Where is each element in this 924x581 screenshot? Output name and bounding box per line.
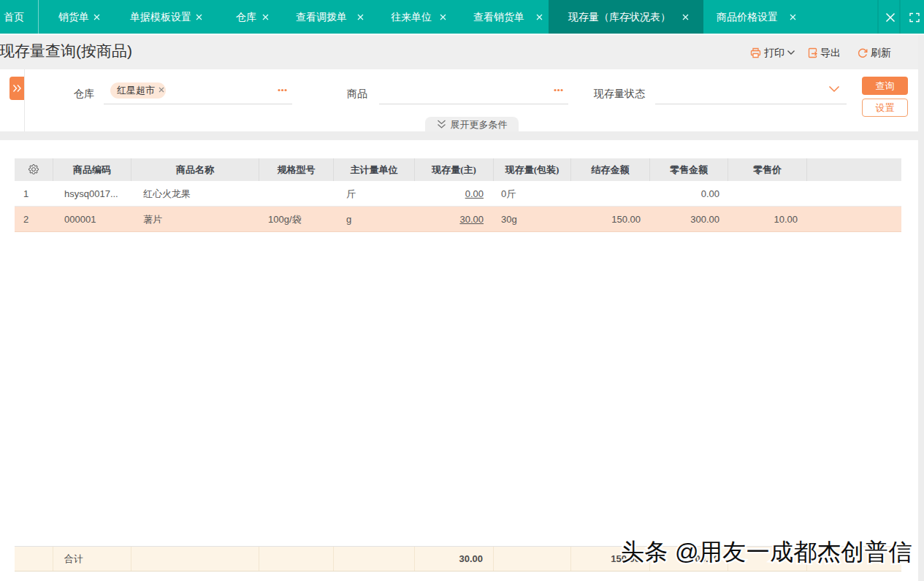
svg-text:头条 @用友一成都杰创普信: 头条 @用友一成都杰创普信 (621, 539, 912, 565)
